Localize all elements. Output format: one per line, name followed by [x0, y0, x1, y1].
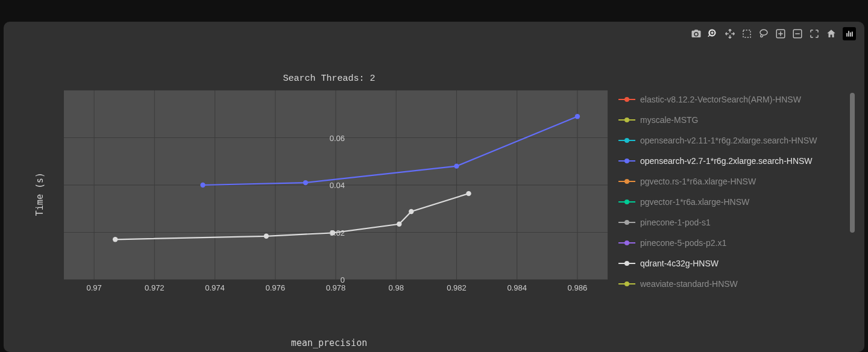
- reset-axes-icon[interactable]: [826, 28, 837, 39]
- legend-swatch-icon: [618, 116, 635, 124]
- legend-item[interactable]: pinecone-1-pod-s1: [618, 212, 848, 233]
- legend-label: opensearch-v2.11-1*r6g.2xlarge.search-HN…: [640, 136, 817, 145]
- legend-swatch-icon: [618, 137, 635, 144]
- legend-label: qdrant-4c32g-HNSW: [640, 259, 719, 268]
- svg-rect-7: [850, 33, 851, 37]
- legend-item[interactable]: opensearch-v2.7-1*r6g.2xlarge.search-HNS…: [618, 151, 848, 171]
- legend-item[interactable]: weaviate-standard-HNSW: [618, 274, 848, 294]
- zoom-in-icon[interactable]: [775, 28, 786, 39]
- svg-rect-0: [743, 30, 750, 37]
- legend-label: opensearch-v2.7-1*r6g.2xlarge.search-HNS…: [640, 156, 813, 166]
- legend-label: myscale-MSTG: [640, 115, 698, 125]
- svg-rect-5: [846, 33, 847, 37]
- svg-point-29: [397, 222, 401, 227]
- chart-title: Search Threads: 2: [28, 74, 631, 84]
- legend-label: pgvector-1*r6a.xlarge-HNSW: [640, 197, 749, 207]
- legend-scrollbar[interactable]: [850, 93, 855, 233]
- legend-swatch-icon: [618, 198, 635, 206]
- y-tick: 0.02: [321, 228, 345, 237]
- legend-swatch-icon: [618, 280, 635, 288]
- lasso-select-icon[interactable]: [758, 28, 769, 39]
- x-tick: 0.97: [86, 283, 101, 292]
- svg-point-24: [454, 163, 459, 168]
- chart-area: Search Threads: 2 Time (s) mean_precisio…: [28, 45, 856, 344]
- svg-point-26: [113, 237, 118, 242]
- svg-rect-4: [795, 33, 800, 34]
- legend-label: weaviate-standard-HNSW: [640, 279, 738, 289]
- y-tick: 0.04: [321, 181, 345, 190]
- legend-swatch-icon: [618, 157, 635, 165]
- x-tick: 0.972: [145, 283, 165, 292]
- x-tick: 0.974: [205, 283, 225, 292]
- legend-item[interactable]: pinecone-5-pods-p2.x1: [618, 233, 848, 253]
- x-tick: 0.98: [389, 283, 404, 292]
- plot-modebar: [691, 25, 856, 42]
- x-tick: 0.984: [507, 283, 527, 292]
- svg-point-27: [264, 234, 269, 239]
- camera-icon[interactable]: [691, 28, 702, 39]
- x-tick: 0.982: [447, 283, 467, 292]
- zoom-out-icon[interactable]: [792, 28, 803, 39]
- y-axis-label: Time (s): [34, 172, 45, 216]
- legend-swatch-icon: [618, 178, 635, 185]
- legend-label: pgvecto.rs-1*r6a.xlarge-HNSW: [640, 177, 756, 186]
- legend-swatch-icon: [618, 260, 635, 267]
- legend-item[interactable]: pgvecto.rs-1*r6a.xlarge-HNSW: [618, 171, 848, 192]
- pan-icon[interactable]: [725, 28, 735, 39]
- plotly-logo-icon[interactable]: [843, 27, 856, 40]
- box-select-icon[interactable]: [741, 28, 752, 39]
- chart-panel: Search Threads: 2 Time (s) mean_precisio…: [4, 22, 864, 352]
- legend-swatch-icon: [618, 239, 635, 247]
- svg-point-30: [409, 209, 414, 214]
- legend-item[interactable]: myscale-MSTG: [618, 110, 848, 130]
- legend-swatch-icon: [618, 96, 635, 103]
- legend-item[interactable]: pgvector-1*r6a.xlarge-HNSW: [618, 192, 848, 212]
- legend-swatch-icon: [618, 219, 635, 226]
- legend-item[interactable]: elastic-v8.12.2-VectorSearch(ARM)-HNSW: [618, 89, 848, 110]
- legend-label: elastic-v8.12.2-VectorSearch(ARM)-HNSW: [640, 95, 801, 104]
- legend-label: pinecone-5-pods-p2.x1: [640, 238, 726, 248]
- svg-rect-6: [848, 31, 849, 36]
- legend-item[interactable]: opensearch-v2.11-1*r6g.2xlarge.search-HN…: [618, 130, 848, 151]
- svg-point-1: [760, 30, 767, 35]
- zoom-icon[interactable]: [708, 28, 719, 39]
- svg-point-25: [575, 114, 580, 119]
- svg-point-22: [200, 183, 205, 187]
- legend-item[interactable]: qdrant-4c32g-HNSW: [618, 253, 848, 274]
- autoscale-icon[interactable]: [809, 28, 820, 39]
- y-tick: 0.06: [321, 133, 345, 142]
- legend-label: pinecone-1-pod-s1: [640, 218, 711, 227]
- svg-rect-8: [852, 32, 852, 37]
- x-tick: 0.976: [265, 283, 285, 292]
- svg-point-23: [303, 180, 308, 185]
- legend: elastic-v8.12.2-VectorSearch(ARM)-HNSWmy…: [618, 89, 848, 294]
- x-axis-label: mean_precision: [28, 338, 631, 348]
- x-tick: 0.978: [326, 283, 346, 292]
- x-tick: 0.986: [568, 283, 588, 292]
- svg-point-31: [466, 191, 471, 196]
